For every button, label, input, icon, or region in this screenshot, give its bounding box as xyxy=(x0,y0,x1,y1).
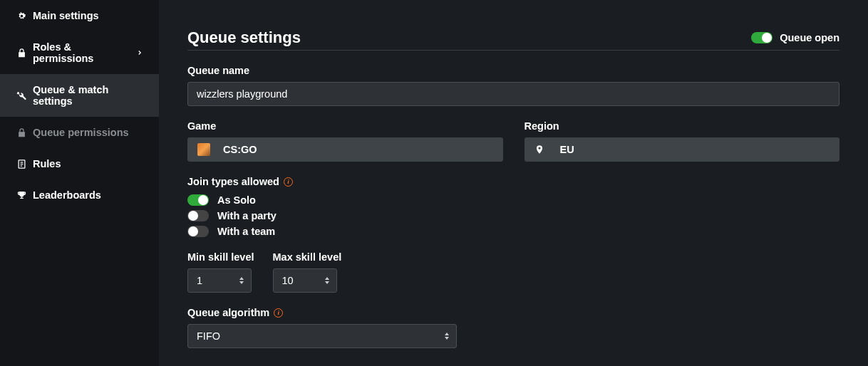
sidebar-item-label: Queue & match settings xyxy=(33,84,143,107)
queue-open-toggle[interactable] xyxy=(751,32,773,43)
min-skill-select[interactable]: 1 xyxy=(187,268,252,293)
sidebar-item-label: Main settings xyxy=(33,10,99,21)
queue-name-field: Queue name xyxy=(187,65,839,106)
stepper-icon xyxy=(239,277,244,284)
join-party-toggle[interactable] xyxy=(187,210,209,221)
algorithm-label: Queue algorithm i xyxy=(187,307,839,318)
join-option-party: With a party xyxy=(187,210,839,221)
join-types-section: Join types allowed i As Solo With a part… xyxy=(187,176,839,237)
lock-icon xyxy=(16,47,27,58)
algorithm-value: FIFO xyxy=(197,330,220,342)
region-value: EU xyxy=(560,144,574,155)
queue-open-label: Queue open xyxy=(780,32,839,43)
join-types-label: Join types allowed i xyxy=(187,176,839,187)
main-content: Queue settings Queue open Queue name Gam… xyxy=(159,0,868,366)
page-title: Queue settings xyxy=(187,28,301,47)
info-icon[interactable]: i xyxy=(284,177,293,187)
sidebar: Main settings Roles & permissions Queue … xyxy=(0,0,159,366)
queue-name-input[interactable] xyxy=(187,82,839,106)
game-field: Game CS:GO xyxy=(187,120,503,162)
location-pin-icon xyxy=(534,145,544,155)
sidebar-item-queue-permissions[interactable]: Queue permissions xyxy=(0,117,159,148)
region-label: Region xyxy=(525,120,840,132)
trophy-icon xyxy=(16,189,27,201)
tools-icon xyxy=(16,90,27,101)
join-solo-toggle[interactable] xyxy=(187,194,209,206)
game-value: CS:GO xyxy=(223,144,257,155)
min-skill-value: 1 xyxy=(197,275,202,286)
queue-open-toggle-row: Queue open xyxy=(751,32,839,43)
region-field: Region EU xyxy=(525,120,840,162)
join-option-label: With a party xyxy=(217,210,277,221)
sidebar-item-leaderboards[interactable]: Leaderboards xyxy=(0,179,159,211)
sidebar-item-rules[interactable]: Rules xyxy=(0,148,159,179)
join-option-team: With a team xyxy=(187,226,839,237)
gear-icon xyxy=(16,10,27,21)
max-skill-field: Max skill level 10 xyxy=(273,251,342,293)
max-skill-value: 10 xyxy=(282,275,294,286)
min-skill-field: Min skill level 1 xyxy=(187,251,254,293)
info-icon[interactable]: i xyxy=(274,308,283,318)
region-select[interactable]: EU xyxy=(525,137,840,162)
sidebar-item-label: Roles & permissions xyxy=(33,41,130,64)
sidebar-item-roles-permissions[interactable]: Roles & permissions xyxy=(0,31,159,74)
stepper-icon xyxy=(445,333,449,340)
game-thumbnail-icon xyxy=(197,143,210,156)
lock-icon xyxy=(16,127,27,138)
sidebar-item-main-settings[interactable]: Main settings xyxy=(0,0,159,31)
max-skill-select[interactable]: 10 xyxy=(273,268,337,293)
sidebar-item-label: Queue permissions xyxy=(33,127,129,138)
sidebar-item-label: Leaderboards xyxy=(33,189,101,201)
algorithm-field: Queue algorithm i FIFO xyxy=(187,307,839,348)
join-option-label: As Solo xyxy=(217,194,256,206)
stepper-icon xyxy=(325,277,329,284)
game-label: Game xyxy=(187,120,503,132)
min-skill-label: Min skill level xyxy=(187,251,254,263)
sidebar-item-label: Rules xyxy=(33,158,61,169)
algorithm-select[interactable]: FIFO xyxy=(187,324,457,348)
join-option-solo: As Solo xyxy=(187,194,839,206)
sidebar-item-queue-match-settings[interactable]: Queue & match settings xyxy=(0,74,159,117)
document-icon xyxy=(16,158,27,169)
join-option-label: With a team xyxy=(217,226,275,237)
join-team-toggle[interactable] xyxy=(187,226,209,237)
queue-name-label: Queue name xyxy=(187,65,839,76)
chevron-right-icon xyxy=(136,49,143,56)
game-select[interactable]: CS:GO xyxy=(187,137,503,162)
max-skill-label: Max skill level xyxy=(273,251,342,263)
page-header: Queue settings Queue open xyxy=(187,28,839,51)
